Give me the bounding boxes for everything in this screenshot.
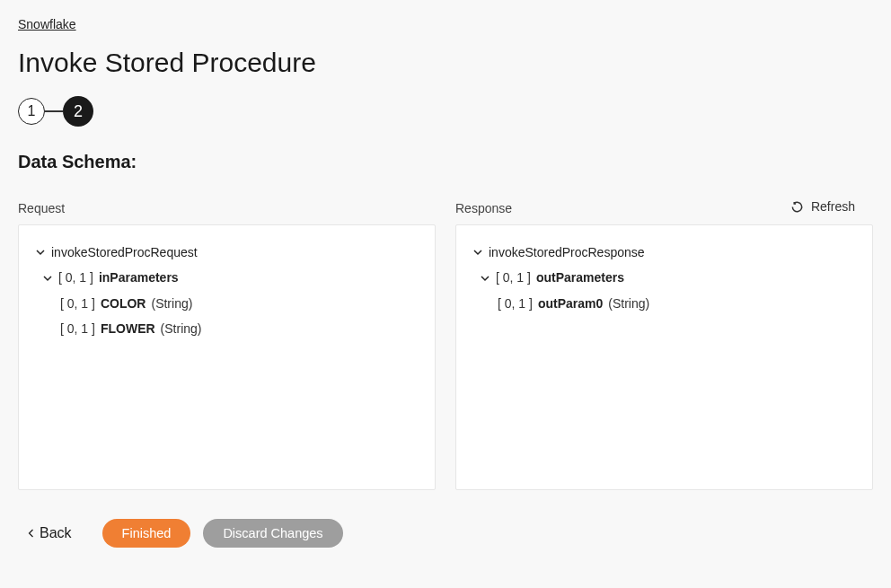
param-card: [ 0, 1 ]	[60, 294, 95, 313]
param-card: [ 0, 1 ]	[498, 294, 533, 313]
response-params-card: [ 0, 1 ]	[496, 268, 531, 287]
chevron-down-icon[interactable]	[42, 273, 53, 284]
step-1[interactable]: 1	[18, 98, 45, 125]
tree-leaf: [ 0, 1 ] COLOR (String)	[35, 291, 419, 316]
request-label: Request	[18, 201, 436, 215]
page-title: Invoke Stored Procedure	[18, 48, 873, 78]
param-card: [ 0, 1 ]	[60, 319, 95, 338]
step-2[interactable]: 2	[63, 96, 93, 127]
chevron-left-icon	[27, 529, 36, 538]
request-params-name: inParameters	[99, 268, 179, 287]
section-title: Data Schema:	[18, 152, 873, 172]
response-panel: invokeStoredProcResponse [ 0, 1 ] outPar…	[455, 224, 873, 490]
chevron-down-icon[interactable]	[35, 247, 46, 258]
param-type: (String)	[151, 294, 192, 313]
request-panel: invokeStoredProcRequest [ 0, 1 ] inParam…	[18, 224, 436, 490]
request-params-card: [ 0, 1 ]	[58, 268, 93, 287]
finished-button[interactable]: Finished	[102, 519, 191, 548]
back-label: Back	[40, 525, 72, 541]
wizard-steps: 1 2	[18, 96, 873, 127]
param-name: FLOWER	[101, 319, 155, 338]
response-root: invokeStoredProcResponse	[489, 242, 645, 262]
param-type: (String)	[161, 319, 202, 338]
breadcrumb-link[interactable]: Snowflake	[18, 17, 76, 31]
param-name: COLOR	[101, 294, 146, 313]
back-button[interactable]: Back	[27, 525, 90, 541]
request-root: invokeStoredProcRequest	[51, 242, 198, 262]
param-name: outParam0	[538, 294, 603, 313]
chevron-down-icon[interactable]	[472, 247, 483, 258]
response-label: Response	[455, 201, 873, 215]
chevron-down-icon[interactable]	[480, 273, 490, 284]
param-type: (String)	[608, 294, 649, 313]
tree-leaf: [ 0, 1 ] FLOWER (String)	[35, 316, 419, 341]
response-params-name: outParameters	[536, 268, 624, 287]
discard-button[interactable]: Discard Changes	[203, 519, 342, 548]
step-connector	[45, 110, 63, 111]
tree-leaf: [ 0, 1 ] outParam0 (String)	[472, 291, 856, 316]
